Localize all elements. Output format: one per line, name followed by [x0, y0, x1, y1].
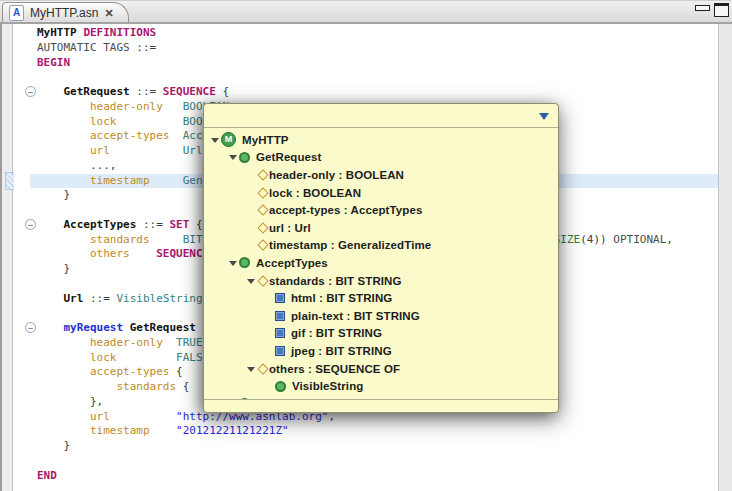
field-icon [257, 240, 268, 251]
outline-item[interactable]: accept-types : AcceptTypes [204, 201, 558, 219]
outline-item[interactable]: jpeg : BIT STRING [204, 342, 558, 360]
code-token [37, 365, 90, 378]
code-token [37, 100, 90, 113]
expand-arrow-slot [208, 137, 221, 143]
code-token [110, 410, 176, 423]
fold-collapse-icon[interactable]: − [25, 322, 36, 333]
outline-item[interactable]: MMyHTTP [204, 131, 558, 149]
code-token [37, 410, 90, 423]
expand-arrow-icon[interactable] [211, 138, 219, 143]
outline-item[interactable]: lock : BOOLEAN [204, 184, 558, 202]
code-token [37, 144, 90, 157]
code-token: Url [64, 292, 84, 305]
annotation-ruler[interactable] [0, 24, 13, 491]
code-token: { [169, 365, 182, 378]
expand-arrow-icon[interactable] [229, 261, 237, 266]
code-token [37, 292, 64, 305]
code-token: GetRequest [130, 321, 196, 334]
code-token: AcceptTypes [64, 218, 137, 231]
code-token: ::= [136, 218, 169, 231]
bit-icon [275, 293, 285, 303]
code-token [37, 424, 90, 437]
outline-item[interactable]: gif : BIT STRING [204, 325, 558, 343]
popup-resize-grip[interactable] [204, 399, 558, 412]
bit-icon [275, 328, 285, 338]
minimize-icon[interactable] [695, 5, 710, 11]
code-token: VisibleString [117, 292, 203, 305]
outline-item[interactable]: standards : BIT STRING [204, 272, 558, 290]
code-line[interactable]: timestamp "20121221121221Z" [30, 424, 718, 439]
code-token: (4)) [580, 233, 613, 246]
code-token: ::= [130, 85, 163, 98]
code-token [150, 174, 183, 187]
expand-arrow-icon[interactable] [229, 155, 237, 160]
code-line[interactable]: } [30, 439, 718, 454]
code-token: SEQUENCE [163, 85, 216, 98]
code-token: { [216, 85, 229, 98]
code-token: myRequest [64, 321, 124, 334]
code-token: , [666, 233, 673, 246]
code-line[interactable]: AUTOMATIC TAGS ::= [30, 41, 718, 56]
dropdown-menu-icon[interactable] [539, 113, 549, 120]
outline-item[interactable]: html : BIT STRING [204, 289, 558, 307]
outline-item-label: standards : BIT STRING [269, 275, 402, 287]
field-icon [257, 275, 268, 286]
outline-item[interactable]: plain-text : BIT STRING [204, 307, 558, 325]
expand-arrow-slot [244, 278, 257, 284]
code-line[interactable]: MyHTTP DEFINITIONS [30, 26, 718, 41]
expand-arrow-slot [226, 260, 239, 266]
fold-collapse-icon[interactable]: − [25, 86, 36, 97]
outline-item-label: GetRequest [256, 151, 322, 163]
code-token: header-only [90, 336, 163, 349]
expand-arrow-icon[interactable] [247, 367, 255, 372]
code-token: lock [90, 115, 117, 128]
type-icon [275, 381, 286, 392]
outline-item[interactable]: AcceptTypes [204, 254, 558, 272]
code-token: Url [183, 144, 203, 157]
outline-item-label: accept-types : AcceptTypes [269, 204, 422, 216]
code-token [37, 321, 64, 334]
code-token [37, 380, 116, 393]
code-token [150, 424, 177, 437]
code-line[interactable]: END [30, 469, 718, 484]
code-line[interactable]: GetRequest ::= SEQUENCE { [30, 85, 718, 100]
code-token: lock [90, 351, 117, 364]
outline-item-label: lock : BOOLEAN [269, 187, 361, 199]
outline-item-label: header-only : BOOLEAN [269, 169, 404, 181]
field-icon [257, 169, 268, 180]
tab-title: MyHTTP.asn [30, 6, 98, 20]
code-line[interactable] [30, 454, 718, 469]
expand-arrow-slot [244, 366, 257, 372]
field-icon [257, 363, 268, 374]
close-icon[interactable]: ✕ [104, 7, 113, 20]
expand-arrow-slot [226, 154, 239, 160]
expand-arrow-icon[interactable] [247, 279, 255, 284]
outline-item-label: others : SEQUENCE OF [269, 363, 400, 375]
type-icon [239, 152, 250, 163]
outline-item[interactable]: url : Url [204, 219, 558, 237]
code-token: { [189, 218, 202, 231]
outline-item[interactable]: GetRequest [204, 149, 558, 167]
outline-item[interactable]: timestamp : GeneralizedTime [204, 237, 558, 255]
code-token [37, 218, 64, 231]
code-token: header-only [90, 100, 163, 113]
code-line[interactable]: BEGIN [30, 56, 718, 71]
outline-item[interactable]: others : SEQUENCE OF [204, 360, 558, 378]
outline-item-label: jpeg : BIT STRING [291, 345, 392, 357]
code-token: timestamp [90, 424, 150, 437]
code-token: OPTIONAL [613, 233, 666, 246]
code-token: }, [37, 395, 103, 408]
outline-item[interactable]: header-only : BOOLEAN [204, 166, 558, 184]
tab-myhttp-asn[interactable]: A MyHTTP.asn ✕ [2, 2, 129, 23]
code-token [116, 351, 176, 364]
fold-collapse-icon[interactable]: − [25, 219, 36, 230]
module-icon: M [221, 132, 236, 147]
maximize-icon[interactable] [714, 3, 729, 17]
outline-item[interactable]: VisibleString [204, 377, 558, 395]
code-token: } [37, 262, 70, 275]
outline-filter-input[interactable] [208, 106, 532, 126]
overview-ruler[interactable] [718, 24, 732, 491]
code-line[interactable] [30, 70, 718, 85]
code-token: ::= [83, 292, 116, 305]
code-token: ..., [37, 159, 116, 172]
